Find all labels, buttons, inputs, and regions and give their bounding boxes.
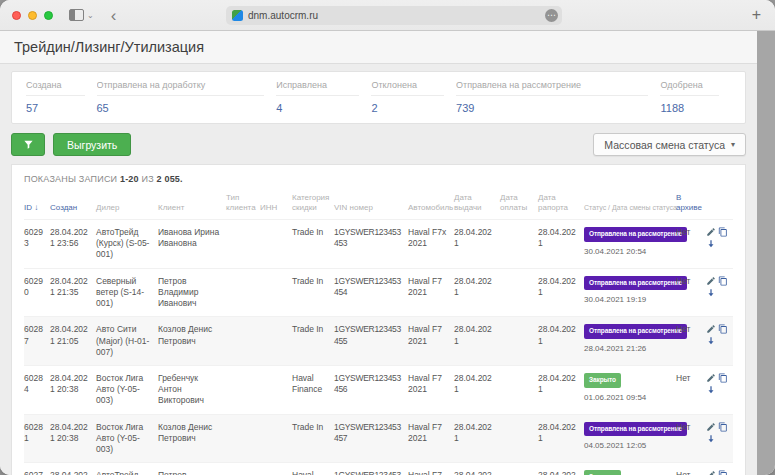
column-header-issue-date[interactable]: Дата выдачи bbox=[454, 193, 500, 220]
cell-issue-date: 28.04.2021 bbox=[454, 365, 500, 414]
pencil-icon bbox=[706, 470, 716, 475]
pencil-icon bbox=[706, 324, 716, 334]
cell-payment-date bbox=[500, 317, 538, 366]
row-actions bbox=[706, 373, 730, 395]
edit-button[interactable] bbox=[706, 373, 716, 383]
download-button[interactable] bbox=[706, 288, 716, 298]
cell-inn bbox=[260, 365, 292, 414]
cell-actions bbox=[706, 220, 733, 269]
download-button[interactable] bbox=[706, 336, 716, 346]
cell-dealer: АвтоТрейд (Курск) (S-05-001) bbox=[96, 220, 158, 269]
column-header-archived[interactable]: В архиве bbox=[676, 193, 706, 220]
stat-value-link[interactable]: 739 bbox=[456, 96, 648, 114]
copy-icon bbox=[718, 470, 728, 475]
stat-value-link[interactable]: 2 bbox=[371, 96, 444, 114]
cell-archived: Нет bbox=[676, 414, 706, 463]
status-change-date: 01.06.2021 09:54 bbox=[584, 393, 672, 404]
cell-client: Петров Владимир Иванович bbox=[158, 463, 226, 475]
cell-issue-date: 28.04.2021 bbox=[454, 220, 500, 269]
sidebar-toggle-button[interactable]: ⌄ bbox=[69, 9, 94, 21]
download-arrow-icon bbox=[706, 336, 716, 346]
table-row[interactable]: 60284 28.04.2021 20:38 Восток Лига Авто … bbox=[24, 365, 733, 414]
edit-button[interactable] bbox=[706, 422, 716, 432]
export-button[interactable]: Выгрузить bbox=[53, 133, 131, 156]
minimize-window-button[interactable] bbox=[28, 11, 37, 20]
cell-vin: 1GYSWER123453455 bbox=[334, 317, 408, 366]
page-options-button[interactable]: ⋯ bbox=[545, 9, 558, 22]
back-button[interactable]: ‹ bbox=[111, 7, 117, 24]
cell-report-date: 28.04.2021 bbox=[538, 365, 584, 414]
records-count: ПОКАЗАНЫ ЗАПИСИ 1-20 ИЗ 2 055. bbox=[24, 174, 733, 184]
stat-value-link[interactable]: 57 bbox=[26, 96, 85, 114]
download-button[interactable] bbox=[706, 239, 716, 249]
column-header-client[interactable]: Клиент bbox=[158, 193, 226, 220]
table-row[interactable]: 60293 28.04.2021 23:56 АвтоТрейд (Курск)… bbox=[24, 220, 733, 269]
cell-id: 60293 bbox=[24, 220, 50, 269]
column-header-payment-date[interactable]: Дата оплаты bbox=[500, 193, 538, 220]
close-window-button[interactable] bbox=[12, 11, 21, 20]
cell-report-date: 28.04.2021 bbox=[538, 268, 584, 317]
pencil-icon bbox=[706, 227, 716, 237]
copy-button[interactable] bbox=[718, 227, 728, 237]
cell-created: 28.04.2021 20:38 bbox=[50, 365, 96, 414]
table-row[interactable]: 60281 28.04.2021 20:38 Восток Лига Авто … bbox=[24, 414, 733, 463]
edit-button[interactable] bbox=[706, 227, 716, 237]
column-header-client-type[interactable]: Тип клиента bbox=[226, 193, 260, 220]
cell-actions bbox=[706, 317, 733, 366]
status-change-date: 04.05.2021 12:05 bbox=[584, 441, 672, 452]
copy-button[interactable] bbox=[718, 276, 728, 286]
mass-status-change-dropdown[interactable]: Массовая смена статуса ▾ bbox=[593, 133, 746, 156]
column-header-report-date[interactable]: Дата рапорта bbox=[538, 193, 584, 220]
cell-client: Козлов Денис Петрович bbox=[158, 317, 226, 366]
edit-button[interactable] bbox=[706, 276, 716, 286]
status-change-date: 30.04.2021 20:54 bbox=[584, 247, 672, 258]
copy-button[interactable] bbox=[718, 373, 728, 383]
cell-created: 28.04.2021 20:22 bbox=[50, 463, 96, 475]
table-row[interactable]: 60290 28.04.2021 21:35 Северный ветер (S… bbox=[24, 268, 733, 317]
table-header-row: ID ↓ Создан Дилер Клиент Тип клиента ИНН… bbox=[24, 193, 733, 220]
column-header-dealer[interactable]: Дилер bbox=[96, 193, 158, 220]
download-button[interactable] bbox=[706, 385, 716, 395]
new-tab-button[interactable]: + bbox=[752, 6, 761, 24]
stat-value-link[interactable]: 4 bbox=[276, 96, 359, 114]
cell-id: 60284 bbox=[24, 365, 50, 414]
cell-created: 28.04.2021 21:05 bbox=[50, 317, 96, 366]
cell-archived: Нет bbox=[676, 317, 706, 366]
column-header-car[interactable]: Автомобиль bbox=[408, 193, 454, 220]
zoom-window-button[interactable] bbox=[44, 11, 53, 20]
column-header-actions bbox=[706, 193, 733, 220]
sort-desc-icon: ↓ bbox=[34, 203, 38, 212]
copy-icon bbox=[718, 324, 728, 334]
table-row[interactable]: 60278 28.04.2021 20:22 АвтоТрейд (Курск)… bbox=[24, 463, 733, 475]
stat-value-link[interactable]: 65 bbox=[97, 96, 265, 114]
cell-actions bbox=[706, 414, 733, 463]
cell-dealer: Восток Лига Авто (Y-05-003) bbox=[96, 365, 158, 414]
stat-value-link[interactable]: 1188 bbox=[660, 96, 719, 114]
cell-vin: 1GYSWER123453454 bbox=[334, 268, 408, 317]
cell-payment-date bbox=[500, 414, 538, 463]
column-header-status[interactable]: Статус / Дата смены статуса bbox=[584, 193, 676, 220]
column-header-created[interactable]: Создан bbox=[50, 193, 96, 220]
copy-button[interactable] bbox=[718, 324, 728, 334]
copy-button[interactable] bbox=[718, 422, 728, 432]
edit-button[interactable] bbox=[706, 470, 716, 475]
column-header-vin[interactable]: VIN номер bbox=[334, 193, 408, 220]
column-header-inn[interactable]: ИНН bbox=[260, 193, 292, 220]
column-header-discount-category[interactable]: Категория скидки bbox=[292, 193, 334, 220]
cell-inn bbox=[260, 463, 292, 475]
column-header-id[interactable]: ID ↓ bbox=[24, 193, 50, 220]
cell-dealer: Восток Лига Авто (Y-05-003) bbox=[96, 414, 158, 463]
cell-archived: Нет bbox=[676, 268, 706, 317]
download-button[interactable] bbox=[706, 434, 716, 444]
edit-button[interactable] bbox=[706, 324, 716, 334]
address-bar[interactable]: dnm.autocrm.ru ⋯ bbox=[226, 6, 562, 25]
table-row[interactable]: 60287 28.04.2021 21:05 Авто Сити (Major)… bbox=[24, 317, 733, 366]
cell-vin: 1GYSWER123453457 bbox=[334, 414, 408, 463]
cell-payment-date bbox=[500, 268, 538, 317]
copy-icon bbox=[718, 276, 728, 286]
records-count-total: 2 055. bbox=[157, 174, 183, 184]
cell-archived: Нет bbox=[676, 220, 706, 269]
cell-actions bbox=[706, 463, 733, 475]
filter-button[interactable] bbox=[11, 133, 45, 156]
copy-button[interactable] bbox=[718, 470, 728, 475]
